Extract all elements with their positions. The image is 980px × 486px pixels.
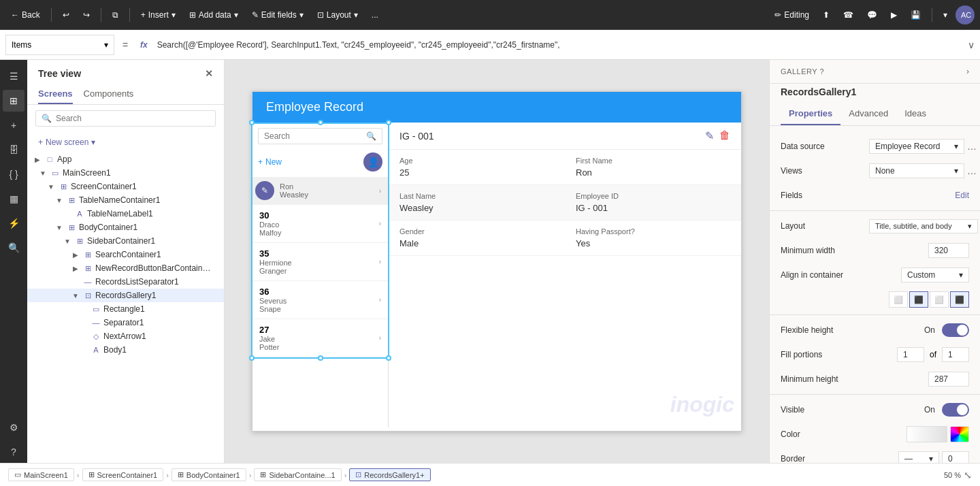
tab-ideas[interactable]: Ideas [896, 103, 934, 125]
min-height-input[interactable] [928, 372, 969, 387]
phone-button[interactable]: ☎ [838, 7, 859, 22]
purple-action-button[interactable]: 👤 [363, 152, 382, 172]
edit-fields-button[interactable]: ✎ Edit fields ▾ [246, 7, 309, 22]
new-screen-button[interactable]: + New screen ▾ [35, 135, 216, 150]
menu-button[interactable]: ☰ [3, 65, 24, 87]
formula-input[interactable] [154, 40, 965, 50]
chevron-down-button[interactable]: ▾ [938, 7, 953, 22]
app-search-input[interactable] [264, 131, 366, 141]
insert-sidebar-button[interactable]: + [3, 114, 24, 136]
formula-dropdown[interactable]: Items ▾ [5, 35, 114, 55]
tree-item-rectangle1[interactable]: ▭ Rectangle1 [27, 302, 224, 316]
align-center-button[interactable]: ⬛ [909, 291, 928, 308]
views-dropdown[interactable]: None ▾ [869, 163, 964, 178]
layout-dropdown[interactable]: Title, subtitle, and body ▾ [869, 219, 978, 233]
status-mainscreen[interactable]: ▭ MainScreen1 [8, 468, 74, 481]
tab-advanced[interactable]: Advanced [840, 103, 896, 125]
tree-item-searchcontainer1[interactable]: ▶ ⊞ SearchContainer1 [27, 248, 224, 261]
list-item-ron[interactable]: ✎ RonWeasley › [252, 177, 388, 205]
media-button[interactable]: ▦ [3, 188, 24, 210]
tree-item-tablenamecontainer1[interactable]: ▼ ⊞ TableNameContainer1 [27, 193, 224, 207]
tree-item-newrecordbuttonbar[interactable]: ▶ ⊞ NewRecordButtonBarContain… [27, 261, 224, 275]
share-button[interactable]: ⬆ [817, 7, 835, 22]
tree-item-sidebarcontainer1[interactable]: ▼ ⊞ SidebarContainer1 [27, 234, 224, 248]
tab-components[interactable]: Components [84, 84, 134, 104]
chat-button[interactable]: 💬 [862, 7, 883, 22]
tab-screens[interactable]: Screens [38, 84, 73, 104]
redo-button[interactable]: ↪ [78, 7, 95, 22]
handle-tr[interactable] [386, 120, 391, 125]
close-tree-button[interactable]: ✕ [205, 68, 213, 79]
save-button[interactable]: 💾 [905, 7, 926, 22]
tree-item-separator1[interactable]: — Separator1 [27, 316, 224, 329]
handle-tm[interactable] [318, 120, 323, 125]
chevron-down-icon: ▾ [172, 10, 176, 20]
expand-button[interactable]: ⤡ [964, 470, 972, 481]
tree-label: Rectangle1 [103, 304, 218, 314]
handle-tl[interactable] [249, 120, 255, 125]
list-item-jake[interactable]: 27 JakePotter › [252, 319, 388, 357]
list-item-severus[interactable]: 36 SeverusSnape › [252, 281, 388, 319]
tree-item-app[interactable]: ▶ □ App [27, 152, 224, 166]
variables-button[interactable]: { } [3, 163, 24, 185]
account-button[interactable]: AC [956, 5, 975, 25]
delete-detail-button[interactable]: 🗑 [719, 129, 730, 142]
flex-height-toggle[interactable] [942, 323, 969, 337]
border-width-input[interactable] [942, 451, 969, 463]
status-sidebarcontainer[interactable]: ⊞ SidebarContaine...1 [254, 468, 341, 481]
tree-search-input[interactable] [56, 114, 210, 123]
tree-item-body1[interactable]: A Body1 [27, 343, 224, 357]
undo-button[interactable]: ↩ [57, 7, 75, 22]
tree-item-screencontainer1[interactable]: ▼ ⊞ ScreenContainer1 [27, 180, 224, 193]
new-record-button[interactable]: + New [258, 157, 282, 167]
tree-item-bodycontainer1[interactable]: ▼ ⊞ BodyContainer1 [27, 221, 224, 234]
border-style-dropdown[interactable]: — ▾ [898, 451, 939, 463]
fill-portions-input[interactable] [897, 347, 924, 362]
data-sidebar-button[interactable]: 🗄 [3, 139, 24, 161]
more-button[interactable]: ... [366, 7, 384, 22]
fields-edit-link[interactable]: Edit [955, 191, 969, 200]
color-picker-button[interactable] [950, 426, 969, 442]
back-button[interactable]: ← Back [5, 7, 46, 22]
screens-button[interactable]: ⊞ [3, 90, 24, 112]
tab-properties[interactable]: Properties [781, 103, 840, 125]
status-bodycontainer[interactable]: ⊞ BodyContainer1 [172, 468, 246, 481]
copy-button[interactable]: ⧉ [107, 7, 124, 22]
layout-button[interactable]: ⊡ Layout ▾ [312, 7, 363, 22]
list-item-hermione[interactable]: 35 HermioneGranger › [252, 243, 388, 281]
help-button[interactable]: ? [3, 441, 24, 463]
handle-bm[interactable] [318, 355, 323, 361]
tree-item-recordslistseparator1[interactable]: — RecordsListSeparator1 [27, 275, 224, 289]
align-dropdown[interactable]: Custom ▾ [901, 268, 969, 282]
fill-of-input[interactable] [942, 347, 969, 362]
edit-detail-button[interactable]: ✎ [705, 129, 714, 142]
views-more-button[interactable]: … [967, 165, 977, 176]
insert-button[interactable]: + Insert ▾ [135, 7, 181, 22]
status-recordsgallery[interactable]: ⊡ RecordsGallery1+ [349, 468, 430, 481]
handle-bl[interactable] [249, 355, 255, 361]
add-data-button[interactable]: ⊞ Add data ▾ [184, 7, 244, 22]
align-stretch-button[interactable]: ⬛ [950, 291, 969, 308]
tree-item-recordsgallery1[interactable]: ▼ ⊡ RecordsGallery1 [27, 289, 224, 302]
min-width-input[interactable] [928, 243, 969, 258]
connections-button[interactable]: ⚡ [3, 212, 24, 234]
status-zoom: 50 % ⤡ [944, 470, 972, 481]
datasource-dropdown[interactable]: Employee Record ▾ [869, 139, 964, 154]
color-swatch[interactable] [906, 426, 947, 442]
tree-item-tablenamelabel1[interactable]: A TableNameLabel1 [27, 207, 224, 221]
formula-expand-chevron[interactable]: ∨ [968, 39, 975, 50]
align-left-button[interactable]: ⬜ [889, 291, 908, 308]
visible-toggle[interactable] [942, 403, 969, 417]
tree-item-mainscreen1[interactable]: ▼ ▭ MainScreen1 [27, 166, 224, 180]
app-search-bar[interactable]: 🔍 [258, 128, 382, 144]
play-button[interactable]: ▶ [885, 7, 902, 22]
align-right-button[interactable]: ⬜ [930, 291, 949, 308]
tree-item-nextarrow1[interactable]: ◇ NextArrow1 [27, 329, 224, 343]
status-screencontainer[interactable]: ⊞ ScreenContainer1 [82, 468, 164, 481]
props-expand-icon[interactable]: › [966, 67, 969, 76]
list-item-draco[interactable]: 30 DracoMalfoy › [252, 205, 388, 243]
search-sidebar-button[interactable]: 🔍 [3, 237, 24, 259]
settings-button[interactable]: ⚙ [3, 417, 24, 438]
handle-br[interactable] [386, 355, 391, 361]
datasource-more-button[interactable]: … [967, 141, 977, 152]
